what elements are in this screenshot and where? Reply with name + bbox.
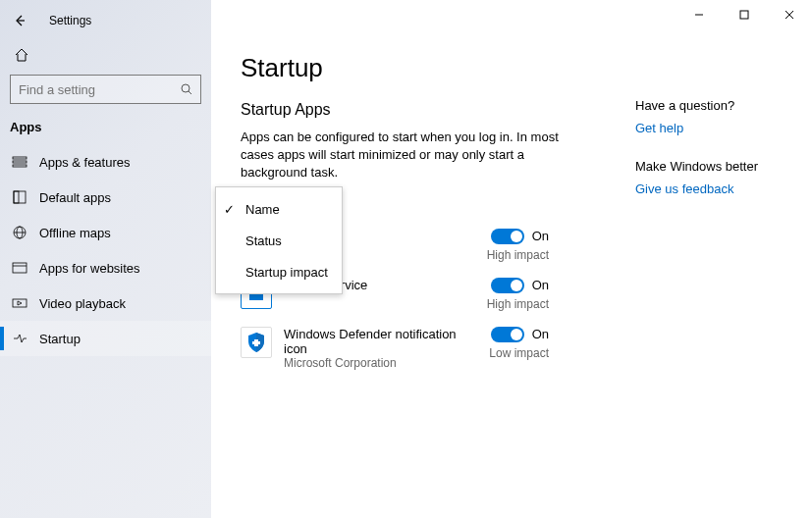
- sidebar-item-apps-websites[interactable]: Apps for websites: [0, 250, 211, 285]
- startup-app-row[interactable]: Windows Defender notification icon Micro…: [241, 327, 788, 370]
- impact-label: Low impact: [489, 346, 549, 360]
- default-apps-icon: [12, 189, 27, 205]
- home-button[interactable]: [14, 47, 29, 63]
- sort-option-label: Status: [245, 233, 282, 248]
- sort-option-label: Startup impact: [245, 265, 328, 280]
- check-icon: ✓: [224, 202, 238, 217]
- feedback-link[interactable]: Give us feedback: [635, 181, 783, 196]
- app-icon: [241, 327, 272, 358]
- app-toggle[interactable]: [491, 278, 524, 293]
- sidebar-item-label: Video playback: [39, 296, 126, 311]
- offline-maps-icon: [12, 225, 27, 240]
- window-title: Settings: [49, 14, 91, 27]
- sidebar: Settings Apps Apps & features Default ap…: [0, 0, 211, 518]
- startup-icon: [12, 331, 27, 346]
- sidebar-item-label: Offline maps: [39, 226, 111, 240]
- app-toggle[interactable]: [491, 327, 524, 342]
- question-title: Have a question?: [635, 98, 783, 113]
- search-input[interactable]: [11, 82, 200, 97]
- svg-rect-7: [13, 157, 27, 159]
- category-heading: Apps: [0, 114, 211, 144]
- impact-label: High impact: [487, 297, 549, 311]
- video-playback-icon: [12, 295, 27, 311]
- right-panel: Have a question? Get help Make Windows b…: [635, 98, 783, 220]
- search-box[interactable]: [10, 75, 201, 104]
- svg-point-5: [182, 84, 189, 92]
- sort-dropdown[interactable]: ✓ Name Status Startup impact: [215, 186, 343, 294]
- get-help-link[interactable]: Get help: [635, 121, 783, 135]
- sidebar-item-label: Apps & features: [39, 155, 131, 170]
- svg-line-6: [189, 91, 191, 94]
- svg-rect-15: [13, 263, 27, 273]
- back-button[interactable]: [10, 14, 29, 27]
- sidebar-item-startup[interactable]: Startup: [0, 321, 211, 356]
- impact-label: High impact: [487, 248, 549, 262]
- section-description: Apps can be configured to start when you…: [241, 129, 594, 182]
- sidebar-item-label: Startup: [39, 332, 81, 346]
- sidebar-item-apps-features[interactable]: Apps & features: [0, 144, 211, 180]
- app-publisher: Microsoft Corporation: [284, 356, 480, 370]
- sort-option-label: Name: [245, 202, 280, 217]
- apps-features-icon: [12, 154, 27, 170]
- toggle-state: On: [532, 327, 549, 341]
- svg-rect-9: [13, 165, 27, 167]
- feedback-title: Make Windows better: [635, 159, 783, 174]
- sidebar-item-default-apps[interactable]: Default apps: [0, 180, 211, 215]
- toggle-state: On: [532, 278, 549, 292]
- app-name: Windows Defender notification icon: [284, 327, 480, 356]
- svg-rect-17: [13, 299, 27, 307]
- sort-option-status[interactable]: Status: [216, 225, 342, 256]
- apps-websites-icon: [12, 260, 27, 276]
- search-icon: [179, 81, 194, 97]
- svg-rect-10: [14, 191, 26, 203]
- svg-rect-8: [13, 161, 27, 163]
- sort-option-name[interactable]: ✓ Name: [216, 193, 342, 225]
- sidebar-item-video-playback[interactable]: Video playback: [0, 285, 211, 321]
- sidebar-item-offline-maps[interactable]: Offline maps: [0, 215, 211, 250]
- svg-rect-11: [14, 191, 19, 203]
- svg-rect-20: [252, 341, 260, 344]
- toggle-state: On: [532, 229, 549, 243]
- sidebar-item-label: Apps for websites: [39, 261, 140, 276]
- sort-option-startup-impact[interactable]: Startup impact: [216, 256, 342, 287]
- sidebar-item-label: Default apps: [39, 190, 111, 205]
- main-content: Startup Startup Apps Apps can be configu…: [211, 0, 812, 518]
- page-title: Startup: [241, 53, 788, 83]
- app-toggle[interactable]: [491, 229, 524, 244]
